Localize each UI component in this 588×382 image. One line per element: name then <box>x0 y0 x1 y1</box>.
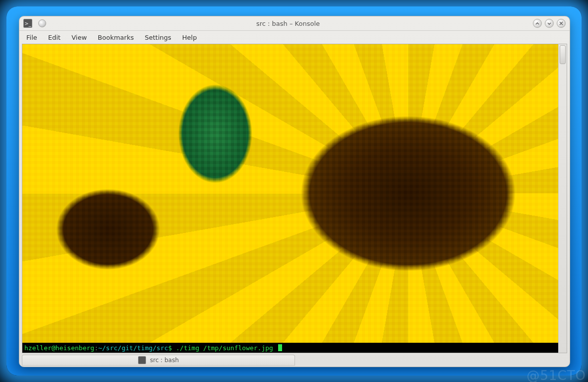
menu-view[interactable]: View <box>67 32 92 43</box>
menu-bookmarks[interactable]: Bookmarks <box>93 32 139 43</box>
titlebar[interactable]: >_ src : bash – Konsole <box>19 16 570 31</box>
close-button[interactable] <box>557 19 566 28</box>
prompt-command: ./timg /tmp/sunflower.jpg <box>172 344 277 352</box>
terminal-image-output <box>22 44 558 343</box>
cursor-block <box>278 344 282 351</box>
pin-button[interactable] <box>38 19 46 27</box>
tabbar: src : bash <box>22 355 567 366</box>
menu-settings[interactable]: Settings <box>140 32 176 43</box>
prompt-cwd: ~/src/git/timg/src <box>98 344 168 352</box>
konsole-window: >_ src : bash – Konsole File Edit View B… <box>19 16 570 367</box>
prompt-colon: : <box>94 344 98 352</box>
menu-file[interactable]: File <box>21 32 42 43</box>
terminal[interactable]: hzeller@heisenberg:~/src/git/timg/src$ .… <box>22 44 558 353</box>
window-title: src : bash – Konsole <box>46 20 530 27</box>
tab-label: src : bash <box>150 357 179 364</box>
prompt-user-host: hzeller@heisenberg <box>24 344 94 352</box>
prompt-dollar: $ <box>168 344 172 352</box>
minimize-icon <box>535 21 540 26</box>
scrollbar[interactable] <box>558 44 567 353</box>
minimize-button[interactable] <box>533 19 542 28</box>
tab-src-bash[interactable]: src : bash <box>22 355 295 366</box>
terminal-container: hzeller@heisenberg:~/src/git/timg/src$ .… <box>22 44 567 353</box>
terminal-icon <box>138 356 146 364</box>
prompt-line: hzeller@heisenberg:~/src/git/timg/src$ .… <box>24 344 558 352</box>
app-icon: >_ <box>23 19 32 28</box>
menu-edit[interactable]: Edit <box>43 32 66 43</box>
menubar: File Edit View Bookmarks Settings Help <box>19 31 570 44</box>
maximize-icon <box>547 21 552 26</box>
close-icon <box>559 21 564 26</box>
menu-help[interactable]: Help <box>177 32 202 43</box>
maximize-button[interactable] <box>545 19 554 28</box>
scrollbar-thumb[interactable] <box>560 45 566 64</box>
